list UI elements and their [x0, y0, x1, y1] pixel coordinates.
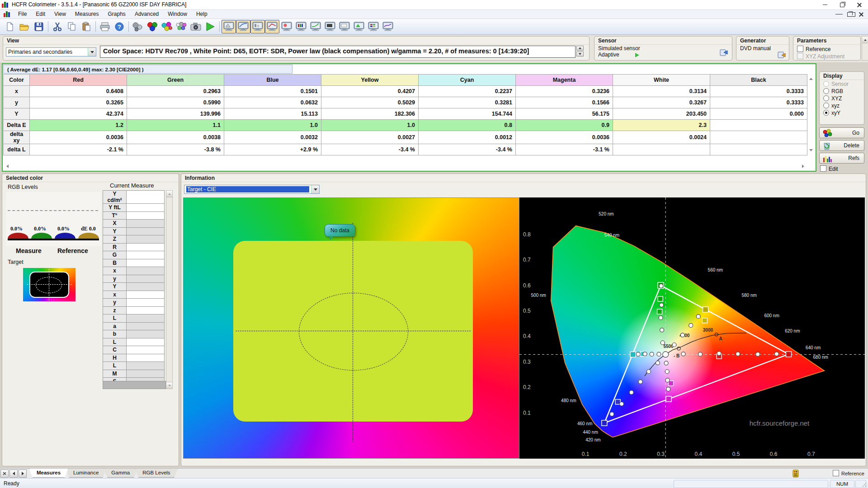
menu-edit[interactable]: Edit: [31, 10, 50, 19]
current-measure-cell: [127, 330, 165, 338]
measure-marker: [660, 328, 664, 332]
save-button[interactable]: [32, 20, 46, 33]
menu-view[interactable]: View: [50, 10, 71, 19]
scroll-up-icon[interactable]: [807, 75, 815, 82]
tab-scroll-left-button[interactable]: [9, 469, 18, 478]
chevron-down-icon[interactable]: [311, 185, 319, 193]
minimize-button[interactable]: [816, 0, 834, 9]
edit-checkbox[interactable]: [820, 165, 826, 172]
measures-cell: 0.6408: [30, 86, 127, 97]
measure-marker: [665, 370, 669, 374]
display-option-xyy[interactable]: xyY: [820, 109, 864, 116]
monitor-view-button[interactable]: [236, 20, 250, 33]
measures-cell: 139.996: [127, 108, 224, 120]
paste-button[interactable]: [79, 20, 94, 33]
scroll-left-icon[interactable]: [4, 163, 11, 170]
monitor-view-button[interactable]: [294, 20, 308, 33]
chevron-down-icon[interactable]: [88, 48, 96, 56]
camera-button[interactable]: [189, 20, 203, 33]
current-measure-scrollbar[interactable]: [166, 190, 173, 389]
monitor-view-button[interactable]: [352, 20, 366, 33]
spin-down-button[interactable]: [576, 52, 584, 56]
generator-config-icon[interactable]: [777, 51, 786, 59]
mdi-restore-button[interactable]: [847, 11, 854, 17]
mdi-minimize-button[interactable]: [835, 11, 843, 17]
information-view-combo[interactable]: Target - CIE: [184, 185, 320, 194]
tab-measures[interactable]: Measures: [29, 469, 68, 478]
monitor-view-button[interactable]: [222, 20, 236, 33]
menu-graphs[interactable]: Graphs: [104, 10, 130, 19]
menu-window[interactable]: Window: [163, 10, 192, 19]
monitor-view-button[interactable]: [265, 20, 279, 33]
display-option-rgb[interactable]: RGB: [820, 87, 864, 94]
menu-advanced[interactable]: Advanced: [130, 10, 163, 19]
refs-button[interactable]: Refs: [819, 153, 864, 164]
delete-button[interactable]: Delete: [819, 140, 864, 151]
cut-button[interactable]: [50, 20, 65, 33]
sensor-balls-button[interactable]: [131, 20, 145, 33]
scroll-up-icon[interactable]: [862, 37, 868, 43]
resize-grip[interactable]: [862, 482, 867, 488]
monitor-view-button[interactable]: [279, 20, 294, 33]
monitor-view-button[interactable]: [250, 20, 265, 33]
view-preset-combo[interactable]: Primaries and secondaries: [6, 47, 96, 56]
scroll-down-icon[interactable]: [166, 382, 172, 389]
mdi-close-button[interactable]: [859, 11, 866, 17]
display-option-xyz[interactable]: XYZ: [820, 94, 864, 102]
wavelength-label: 600 nm: [764, 313, 779, 318]
go-button[interactable]: Go: [819, 127, 864, 138]
restore-button[interactable]: [834, 0, 851, 9]
current-measure-cell: [127, 291, 165, 299]
tab-luminance[interactable]: Luminance: [66, 469, 106, 478]
monitor-view-button[interactable]: [366, 20, 381, 33]
scroll-up-icon[interactable]: [166, 191, 172, 197]
help-button[interactable]: ?: [112, 20, 127, 33]
display-option-xyz[interactable]: xyz: [820, 102, 864, 109]
sensor-run-icon[interactable]: [635, 53, 639, 57]
reference-checkbox-row[interactable]: Reference: [793, 45, 860, 52]
secondaries-balls-button[interactable]: [160, 20, 174, 33]
measure-marker: [665, 378, 670, 382]
continuous-balls-button[interactable]: [174, 20, 189, 33]
close-button[interactable]: [851, 0, 868, 9]
tabbar-reference-row[interactable]: Reference: [833, 470, 864, 477]
measure-marker: [659, 316, 663, 320]
scroll-right-icon[interactable]: [799, 163, 807, 170]
gauge-mound: [55, 233, 75, 239]
remote-icon[interactable]: [792, 469, 799, 478]
radio-icon[interactable]: [823, 103, 829, 108]
monitor-view-button[interactable]: [308, 20, 323, 33]
menu-help[interactable]: Help: [192, 10, 212, 19]
menu-measures[interactable]: Measures: [71, 10, 104, 19]
radio-icon[interactable]: [823, 88, 829, 94]
measures-cell: 0.000: [710, 108, 807, 120]
open-button[interactable]: [17, 20, 32, 33]
primaries-balls-button[interactable]: [145, 20, 160, 33]
edit-checkbox-row[interactable]: Edit: [820, 165, 838, 172]
monitor-view-button[interactable]: [337, 20, 352, 33]
tab-close-button[interactable]: [0, 469, 9, 478]
spin-up-button[interactable]: [576, 46, 584, 51]
copy-button[interactable]: [65, 20, 79, 33]
tab-rgb-levels[interactable]: RGB Levels: [135, 469, 178, 478]
reference-checkbox[interactable]: [797, 46, 803, 52]
tabbar-reference-checkbox[interactable]: [833, 470, 839, 476]
new-button[interactable]: [3, 20, 17, 33]
monitor-view-button[interactable]: [323, 20, 337, 33]
measure-marker: [660, 303, 664, 307]
current-measure-cell: [127, 299, 165, 307]
scroll-down-icon[interactable]: [807, 146, 815, 154]
menu-file[interactable]: File: [14, 10, 31, 19]
radio-icon[interactable]: [823, 95, 829, 101]
radio-icon[interactable]: [823, 110, 829, 116]
monitor-view-button[interactable]: [381, 20, 395, 33]
sensor-config-icon[interactable]: [719, 49, 728, 57]
tab-scroll-right-button[interactable]: [19, 469, 27, 478]
current-measure-table: Y cd/m²Y ftLT°XYZRGBxyYxyzLabLCHLMS: [103, 190, 165, 386]
measure-marker: [646, 370, 651, 374]
print-button[interactable]: [98, 20, 112, 33]
run-button[interactable]: [203, 20, 217, 33]
panel-scrollbar[interactable]: [862, 36, 868, 61]
tab-gamma[interactable]: Gamma: [104, 469, 137, 478]
cie-overlay: 0.10.20.30.40.50.60.70.10.20.30.40.50.60…: [519, 197, 865, 459]
